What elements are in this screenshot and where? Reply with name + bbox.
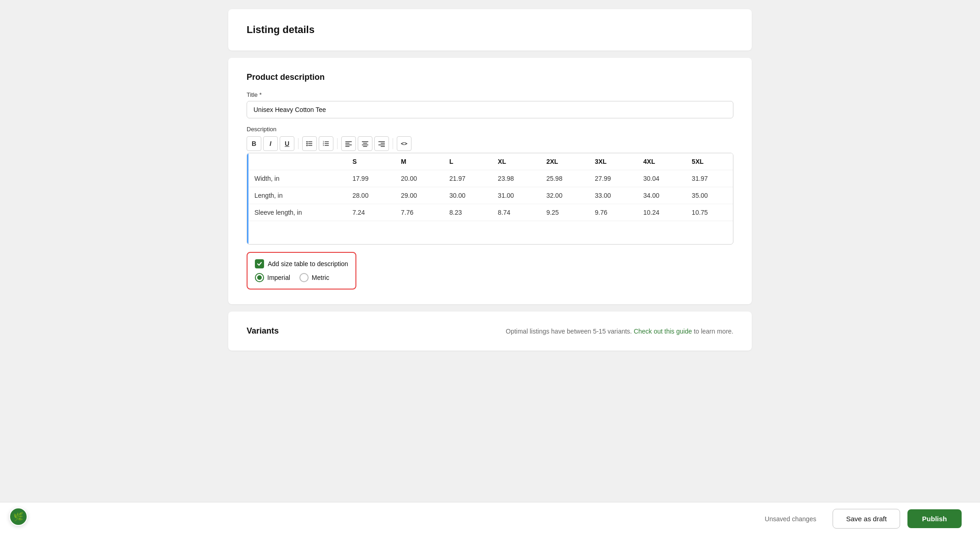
table-header-empty <box>247 153 345 170</box>
row-cell: 10.75 <box>684 204 733 221</box>
table-header-4xl: 4XL <box>636 153 685 170</box>
row-cell: 35.00 <box>684 187 733 204</box>
row-cell: 20.00 <box>394 170 442 187</box>
main-content: Listing details Product description Titl… <box>219 0 761 367</box>
table-header-2xl: 2XL <box>539 153 588 170</box>
unordered-list-button[interactable] <box>302 136 317 151</box>
avatar[interactable]: 🌿 <box>9 507 28 526</box>
table-row: Length, in28.0029.0030.0031.0032.0033.00… <box>247 187 733 204</box>
table-header-row: S M L XL 2XL 3XL 4XL 5XL <box>247 153 733 170</box>
svg-rect-20 <box>378 141 385 142</box>
svg-rect-5 <box>308 145 312 146</box>
listing-details-card: Listing details <box>228 9 752 50</box>
imperial-radio-inner <box>257 275 262 280</box>
metric-option[interactable]: Metric <box>299 273 329 282</box>
row-cell: 27.99 <box>587 170 636 187</box>
svg-rect-9 <box>325 143 329 144</box>
table-header-l: L <box>442 153 491 170</box>
row-cell: 25.98 <box>539 170 588 187</box>
align-right-icon <box>378 140 385 147</box>
avatar-icon: 🌿 <box>13 512 23 522</box>
publish-button[interactable]: Publish <box>907 509 962 528</box>
svg-rect-18 <box>362 145 368 145</box>
table-row: Sleeve length, in7.247.768.238.749.259.7… <box>247 204 733 221</box>
table-header-xl: XL <box>490 153 539 170</box>
row-cell: 8.74 <box>490 204 539 221</box>
svg-rect-14 <box>345 145 352 145</box>
align-left-icon <box>345 140 352 147</box>
ordered-list-button[interactable]: 1.2.3. <box>319 136 333 151</box>
variants-hint-suffix: to learn more. <box>694 328 733 335</box>
add-size-table-label: Add size table to description <box>268 260 348 268</box>
svg-rect-11 <box>325 145 329 146</box>
row-cell: 32.00 <box>539 187 588 204</box>
svg-rect-13 <box>345 143 349 144</box>
svg-rect-22 <box>378 145 385 145</box>
row-cell: 23.98 <box>490 170 539 187</box>
save-draft-button[interactable]: Save as draft <box>833 509 900 529</box>
toolbar-divider-3 <box>393 138 393 149</box>
page-wrapper: Listing details Product description Titl… <box>0 0 980 535</box>
toolbar-divider-2 <box>337 138 338 149</box>
variants-hint: Optimal listings have between 5-15 varia… <box>506 328 733 335</box>
underline-button[interactable]: U <box>280 136 294 151</box>
description-label: Description <box>247 126 733 133</box>
svg-rect-19 <box>363 146 367 147</box>
imperial-option[interactable]: Imperial <box>255 273 290 282</box>
row-cell: 7.24 <box>345 204 394 221</box>
svg-point-2 <box>306 143 308 145</box>
row-label: Length, in <box>247 187 345 204</box>
size-table: S M L XL 2XL 3XL 4XL 5XL Width, in1 <box>247 153 733 221</box>
variants-card: Variants Optimal listings have between 5… <box>228 312 752 351</box>
svg-rect-17 <box>363 143 367 144</box>
toolbar-divider-1 <box>298 138 299 149</box>
title-field-group: Title * <box>247 91 733 118</box>
align-center-button[interactable] <box>358 136 372 151</box>
row-label: Sleeve length, in <box>247 204 345 221</box>
row-cell: 21.97 <box>442 170 491 187</box>
variants-title: Variants <box>247 326 279 336</box>
add-size-table-checkbox[interactable] <box>255 259 264 268</box>
svg-point-4 <box>306 145 308 146</box>
row-cell: 8.23 <box>442 204 491 221</box>
code-button[interactable]: <> <box>397 136 411 151</box>
row-cell: 9.76 <box>587 204 636 221</box>
align-left-button[interactable] <box>341 136 356 151</box>
align-center-icon <box>362 140 368 147</box>
metric-radio[interactable] <box>299 273 309 282</box>
svg-rect-3 <box>308 143 312 144</box>
svg-text:3.: 3. <box>323 144 324 146</box>
imperial-label: Imperial <box>267 274 290 281</box>
row-cell: 28.00 <box>345 187 394 204</box>
radio-row: Imperial Metric <box>255 273 348 282</box>
editor-scroll[interactable]: S M L XL 2XL 3XL 4XL 5XL Width, in1 <box>247 153 733 221</box>
variants-hint-text: Optimal listings have between 5-15 varia… <box>506 328 632 335</box>
bottom-bar: Unsaved changes Save as draft Publish <box>0 502 980 535</box>
variants-header: Variants Optimal listings have between 5… <box>247 326 733 336</box>
editor-toolbar: B I U 1.2.3. <box>247 136 733 151</box>
product-description-title: Product description <box>247 72 733 82</box>
italic-button[interactable]: I <box>263 136 278 151</box>
table-header-3xl: 3XL <box>587 153 636 170</box>
ordered-list-icon: 1.2.3. <box>323 140 329 147</box>
checkbox-row: Add size table to description <box>255 259 348 268</box>
imperial-radio[interactable] <box>255 273 264 282</box>
bold-button[interactable]: B <box>247 136 261 151</box>
svg-rect-16 <box>362 141 368 142</box>
description-editor[interactable]: S M L XL 2XL 3XL 4XL 5XL Width, in1 <box>247 153 733 245</box>
row-cell: 29.00 <box>394 187 442 204</box>
product-description-card: Product description Title * Description … <box>228 58 752 304</box>
svg-rect-21 <box>381 143 385 144</box>
align-right-button[interactable] <box>374 136 389 151</box>
svg-rect-1 <box>308 141 312 142</box>
row-cell: 31.97 <box>684 170 733 187</box>
row-cell: 17.99 <box>345 170 394 187</box>
svg-rect-7 <box>325 141 329 142</box>
svg-point-0 <box>306 141 308 143</box>
title-input[interactable] <box>247 101 733 118</box>
row-cell: 10.24 <box>636 204 685 221</box>
row-cell: 31.00 <box>490 187 539 204</box>
variants-guide-link[interactable]: Check out this guide <box>634 328 692 335</box>
row-label: Width, in <box>247 170 345 187</box>
row-cell: 33.00 <box>587 187 636 204</box>
